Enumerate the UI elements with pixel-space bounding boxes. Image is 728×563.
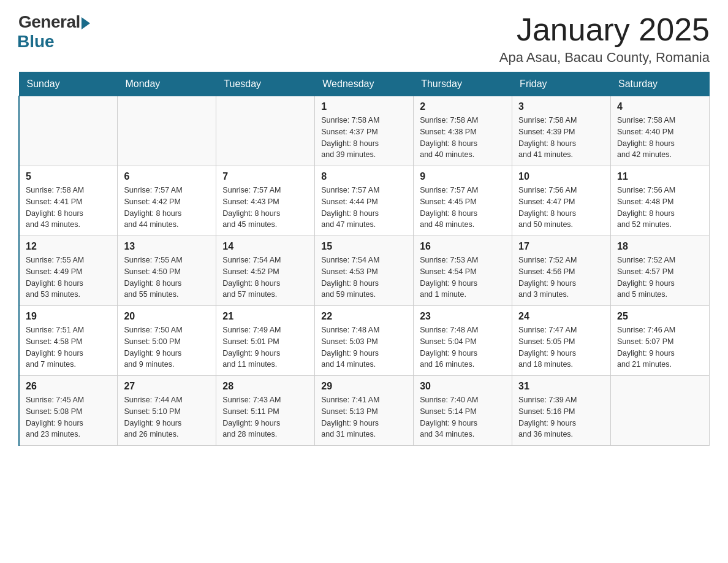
calendar-cell — [118, 96, 216, 166]
day-number: 21 — [222, 311, 308, 322]
day-info: Sunrise: 7:50 AMSunset: 5:00 PMDaylight:… — [124, 324, 210, 370]
calendar-cell: 3Sunrise: 7:58 AMSunset: 4:39 PMDaylight… — [512, 96, 611, 166]
day-info: Sunrise: 7:40 AMSunset: 5:14 PMDaylight:… — [420, 394, 506, 440]
day-of-week-header: Friday — [512, 72, 611, 96]
calendar-cell: 19Sunrise: 7:51 AMSunset: 4:58 PMDayligh… — [19, 306, 118, 376]
day-info: Sunrise: 7:56 AMSunset: 4:47 PMDaylight:… — [518, 185, 604, 231]
calendar-cell: 5Sunrise: 7:58 AMSunset: 4:41 PMDaylight… — [19, 166, 118, 236]
day-number: 2 — [420, 101, 506, 112]
day-info: Sunrise: 7:58 AMSunset: 4:40 PMDaylight:… — [617, 115, 703, 161]
day-number: 5 — [26, 171, 111, 182]
calendar-cell: 15Sunrise: 7:54 AMSunset: 4:53 PMDayligh… — [315, 236, 414, 306]
calendar-cell: 13Sunrise: 7:55 AMSunset: 4:50 PMDayligh… — [118, 236, 216, 306]
calendar-cell: 6Sunrise: 7:57 AMSunset: 4:42 PMDaylight… — [118, 166, 216, 236]
calendar-week-row: 19Sunrise: 7:51 AMSunset: 4:58 PMDayligh… — [19, 306, 710, 376]
day-number: 24 — [518, 311, 604, 322]
calendar-week-row: 12Sunrise: 7:55 AMSunset: 4:49 PMDayligh… — [19, 236, 710, 306]
day-info: Sunrise: 7:45 AMSunset: 5:08 PMDaylight:… — [26, 394, 111, 440]
day-info: Sunrise: 7:57 AMSunset: 4:43 PMDaylight:… — [222, 185, 308, 231]
day-number: 26 — [26, 381, 111, 392]
calendar-cell: 20Sunrise: 7:50 AMSunset: 5:00 PMDayligh… — [118, 306, 216, 376]
day-info: Sunrise: 7:58 AMSunset: 4:38 PMDaylight:… — [420, 115, 506, 161]
day-info: Sunrise: 7:58 AMSunset: 4:39 PMDaylight:… — [518, 115, 604, 161]
day-number: 23 — [420, 311, 506, 322]
calendar-cell: 10Sunrise: 7:56 AMSunset: 4:47 PMDayligh… — [512, 166, 611, 236]
day-info: Sunrise: 7:43 AMSunset: 5:11 PMDaylight:… — [222, 394, 308, 440]
title-block: January 2025 Apa Asau, Bacau County, Rom… — [499, 12, 710, 66]
logo-general-text: General — [18, 12, 80, 32]
day-info: Sunrise: 7:52 AMSunset: 4:57 PMDaylight:… — [617, 255, 703, 301]
day-number: 1 — [321, 101, 407, 112]
day-number: 25 — [617, 311, 703, 322]
calendar-cell: 28Sunrise: 7:43 AMSunset: 5:11 PMDayligh… — [216, 376, 315, 446]
calendar-cell: 4Sunrise: 7:58 AMSunset: 4:40 PMDaylight… — [611, 96, 710, 166]
day-info: Sunrise: 7:49 AMSunset: 5:01 PMDaylight:… — [222, 324, 308, 370]
day-info: Sunrise: 7:39 AMSunset: 5:16 PMDaylight:… — [518, 394, 604, 440]
calendar-cell: 22Sunrise: 7:48 AMSunset: 5:03 PMDayligh… — [315, 306, 414, 376]
day-of-week-header: Monday — [118, 72, 216, 96]
day-info: Sunrise: 7:55 AMSunset: 4:50 PMDaylight:… — [124, 255, 210, 301]
day-number: 11 — [617, 171, 703, 182]
calendar-cell: 1Sunrise: 7:58 AMSunset: 4:37 PMDaylight… — [315, 96, 414, 166]
day-number: 30 — [420, 381, 506, 392]
day-info: Sunrise: 7:48 AMSunset: 5:03 PMDaylight:… — [321, 324, 407, 370]
day-of-week-header: Wednesday — [315, 72, 414, 96]
logo-arrow-icon — [82, 17, 90, 29]
day-number: 7 — [222, 171, 308, 182]
calendar-cell: 14Sunrise: 7:54 AMSunset: 4:52 PMDayligh… — [216, 236, 315, 306]
day-info: Sunrise: 7:57 AMSunset: 4:42 PMDaylight:… — [124, 185, 210, 231]
day-of-week-header: Sunday — [19, 72, 118, 96]
calendar-table: SundayMondayTuesdayWednesdayThursdayFrid… — [18, 72, 710, 446]
day-number: 22 — [321, 311, 407, 322]
day-number: 20 — [124, 311, 210, 322]
day-number: 17 — [518, 241, 604, 252]
calendar-cell — [216, 96, 315, 166]
day-number: 28 — [222, 381, 308, 392]
day-number: 8 — [321, 171, 407, 182]
calendar-cell: 24Sunrise: 7:47 AMSunset: 5:05 PMDayligh… — [512, 306, 611, 376]
calendar-cell: 9Sunrise: 7:57 AMSunset: 4:45 PMDaylight… — [414, 166, 512, 236]
day-info: Sunrise: 7:58 AMSunset: 4:37 PMDaylight:… — [321, 115, 407, 161]
day-info: Sunrise: 7:41 AMSunset: 5:13 PMDaylight:… — [321, 394, 407, 440]
calendar-week-row: 1Sunrise: 7:58 AMSunset: 4:37 PMDaylight… — [19, 96, 710, 166]
day-number: 16 — [420, 241, 506, 252]
day-number: 18 — [617, 241, 703, 252]
calendar-cell — [19, 96, 118, 166]
calendar-header-row: SundayMondayTuesdayWednesdayThursdayFrid… — [19, 72, 710, 96]
day-number: 9 — [420, 171, 506, 182]
day-number: 19 — [26, 311, 111, 322]
logo: General Blue — [18, 12, 90, 52]
calendar-week-row: 5Sunrise: 7:58 AMSunset: 4:41 PMDaylight… — [19, 166, 710, 236]
day-number: 4 — [617, 101, 703, 112]
day-info: Sunrise: 7:57 AMSunset: 4:45 PMDaylight:… — [420, 185, 506, 231]
month-title: January 2025 — [499, 12, 710, 47]
calendar-week-row: 26Sunrise: 7:45 AMSunset: 5:08 PMDayligh… — [19, 376, 710, 446]
calendar-cell: 31Sunrise: 7:39 AMSunset: 5:16 PMDayligh… — [512, 376, 611, 446]
day-number: 12 — [26, 241, 111, 252]
day-info: Sunrise: 7:54 AMSunset: 4:52 PMDaylight:… — [222, 255, 308, 301]
day-info: Sunrise: 7:55 AMSunset: 4:49 PMDaylight:… — [26, 255, 111, 301]
day-info: Sunrise: 7:47 AMSunset: 5:05 PMDaylight:… — [518, 324, 604, 370]
day-of-week-header: Thursday — [414, 72, 512, 96]
day-number: 15 — [321, 241, 407, 252]
calendar-cell: 29Sunrise: 7:41 AMSunset: 5:13 PMDayligh… — [315, 376, 414, 446]
day-info: Sunrise: 7:44 AMSunset: 5:10 PMDaylight:… — [124, 394, 210, 440]
day-info: Sunrise: 7:54 AMSunset: 4:53 PMDaylight:… — [321, 255, 407, 301]
day-of-week-header: Tuesday — [216, 72, 315, 96]
calendar-cell: 17Sunrise: 7:52 AMSunset: 4:56 PMDayligh… — [512, 236, 611, 306]
location-title: Apa Asau, Bacau County, Romania — [499, 50, 710, 66]
calendar-cell: 27Sunrise: 7:44 AMSunset: 5:10 PMDayligh… — [118, 376, 216, 446]
day-number: 3 — [518, 101, 604, 112]
calendar-cell: 25Sunrise: 7:46 AMSunset: 5:07 PMDayligh… — [611, 306, 710, 376]
day-info: Sunrise: 7:57 AMSunset: 4:44 PMDaylight:… — [321, 185, 407, 231]
calendar-cell: 18Sunrise: 7:52 AMSunset: 4:57 PMDayligh… — [611, 236, 710, 306]
calendar-cell: 30Sunrise: 7:40 AMSunset: 5:14 PMDayligh… — [414, 376, 512, 446]
day-info: Sunrise: 7:58 AMSunset: 4:41 PMDaylight:… — [26, 185, 111, 231]
day-number: 10 — [518, 171, 604, 182]
day-info: Sunrise: 7:46 AMSunset: 5:07 PMDaylight:… — [617, 324, 703, 370]
day-info: Sunrise: 7:52 AMSunset: 4:56 PMDaylight:… — [518, 255, 604, 301]
day-number: 14 — [222, 241, 308, 252]
calendar-cell: 2Sunrise: 7:58 AMSunset: 4:38 PMDaylight… — [414, 96, 512, 166]
calendar-cell: 21Sunrise: 7:49 AMSunset: 5:01 PMDayligh… — [216, 306, 315, 376]
day-number: 27 — [124, 381, 210, 392]
